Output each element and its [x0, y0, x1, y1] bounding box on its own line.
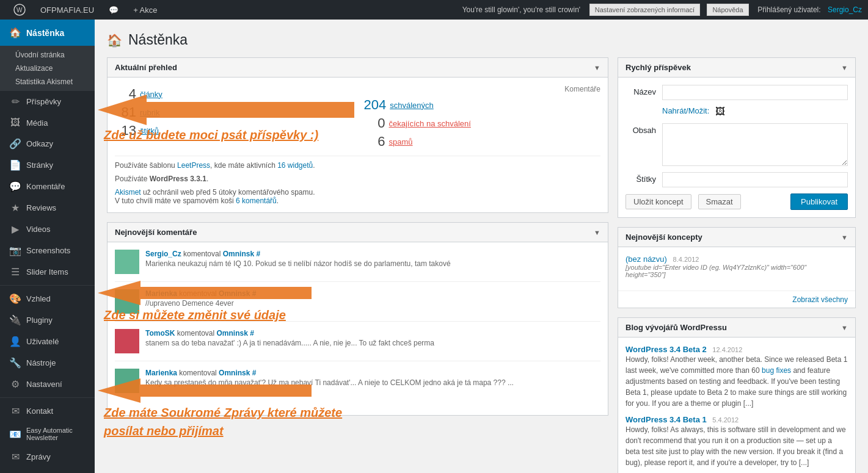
show-all-link[interactable]: Zobrazit všechny	[792, 295, 848, 304]
koncepty-widget: Nejnovější koncepty ▼ (bez názvu) 8.4.20…	[618, 227, 856, 308]
sidebar-submenu-item-aktualizace[interactable]: Aktualizace	[0, 62, 95, 75]
sidebar-item-videos[interactable]: ▶ Videos	[0, 218, 95, 240]
prehled-link-stitku[interactable]: štítků	[140, 126, 159, 135]
comment-author-link-4[interactable]: Marienka	[145, 369, 177, 377]
prehled-link-cekajicich[interactable]: čekajících na schválení	[389, 119, 471, 128]
comment-content-2: Marienka komentoval Omninsk # //upraveno…	[145, 289, 600, 314]
bug-fixes-link[interactable]: bug fixes	[762, 366, 791, 375]
comment-post-link-4[interactable]: Omninsk #	[219, 369, 256, 377]
site-name-label: OFPMAFIA.EU	[40, 5, 94, 15]
comment-content-4: Marienka komentoval Omninsk # Kedy sa pr…	[145, 369, 600, 393]
nastaveni-label: Nastavení	[26, 380, 62, 389]
new-action-button[interactable]: + Akce	[126, 0, 164, 20]
quick-post-actions: Uložit koncept Smazat Publikovat	[625, 193, 848, 210]
comment-author-4: Marienka komentoval Omninsk #	[145, 369, 600, 377]
sidebar-item-pluginy[interactable]: 🔌 Pluginy	[0, 309, 95, 331]
comments-widget-header[interactable]: Nejnovější komentáře ▼	[108, 223, 608, 242]
new-action-label: + Akce	[133, 5, 157, 15]
blog-toggle: ▼	[841, 324, 848, 331]
sidebar-header-label: Nástěnka	[26, 28, 64, 38]
comment-post-link-2[interactable]: Omninsk #	[219, 289, 256, 298]
prehled-right-col: Komentáře 204 schválených 0 čekajících n…	[364, 85, 601, 151]
prehled-link-spamu[interactable]: spamů	[389, 137, 413, 146]
comments-widget-body: Sergio_Cz komentoval Omninsk # Marienka …	[108, 242, 608, 415]
upload-icon[interactable]: 🖼	[715, 106, 725, 117]
spam-link[interactable]: 6 komentářů	[236, 197, 277, 205]
comment-author-link-3[interactable]: TomoSK	[145, 329, 175, 338]
sidebar-submenu: Úvodní stránka Aktualizace Statistika Ak…	[0, 46, 95, 91]
sidebar-item-nastaveni[interactable]: ⚙ Nastavení	[0, 374, 95, 395]
prehled-link-schvalenych[interactable]: schválených	[390, 101, 434, 110]
quick-post-widget: Rychlý příspěvek ▼ Název Nahrát/Možit:	[618, 57, 856, 218]
nazev-label: Název	[625, 85, 656, 96]
videos-label: Videos	[26, 225, 51, 234]
publish-button[interactable]: Publikovat	[790, 193, 848, 210]
svg-text:W: W	[16, 7, 23, 13]
sidebar-item-stranky[interactable]: 📄 Stránky	[0, 154, 95, 176]
stranky-label: Stránky	[26, 161, 53, 170]
sidebar-item-reviews[interactable]: ★ Reviews	[0, 197, 95, 218]
screen-options-button[interactable]: Nastavení zobrazených informací	[589, 4, 700, 16]
sidebar-item-zpravy[interactable]: ✉ Zprávy	[0, 446, 95, 468]
wp-logo-button[interactable]: W	[6, 0, 33, 20]
prehled-row-stranky: 4 články	[115, 85, 352, 103]
sidebar-item-usernoise[interactable]: 🔔 Usernoise	[0, 468, 95, 473]
concept-date: 8.4.2012	[673, 256, 699, 263]
site-name-button[interactable]: OFPMAFIA.EU	[33, 0, 101, 20]
odkazy-label: Odkazy	[26, 139, 53, 148]
odkazy-icon: 🔗	[9, 138, 21, 150]
sidebar-item-uzivatele[interactable]: 👤 Uživatelé	[0, 331, 95, 352]
blog-title-1[interactable]: WordPress 3.4 Beta 2	[625, 345, 707, 354]
page-title-area: 🏠 Nástěnka	[107, 32, 856, 48]
prehled-link-stranky[interactable]: články	[140, 90, 162, 99]
sidebar-item-komentare[interactable]: 💬 Komentáře	[0, 176, 95, 197]
prehled-link-rubrik[interactable]: rubrik	[140, 108, 160, 117]
comments-button[interactable]: 💬	[101, 0, 126, 20]
sidebar-item-prispevky[interactable]: ✏ Příspěvky	[0, 91, 95, 112]
sidebar-item-nastroje[interactable]: 🔧 Nástroje	[0, 352, 95, 374]
vzhled-icon: 🎨	[9, 293, 21, 305]
sidebar-item-odkazy[interactable]: 🔗 Odkazy	[0, 133, 95, 154]
blog-header[interactable]: Blog vývojářů WordPressu ▼	[618, 318, 855, 338]
prehled-num-stranky: 4	[115, 86, 136, 102]
stitky-label: Štítky	[625, 172, 656, 184]
comment-author-link-1[interactable]: Sergio_Cz	[145, 250, 181, 258]
newsletter-icon: 📧	[9, 428, 21, 440]
sidebar-item-slideritems[interactable]: ☰ Slider Items	[0, 261, 95, 283]
prehled-widget-header[interactable]: Aktuální přehled ▼	[108, 58, 608, 78]
sidebar-item-media[interactable]: 🖼 Média	[0, 112, 95, 133]
prehled-widget-body: 4 články 81 rubrik 13 št	[108, 78, 608, 212]
comment-author-2: Marienka komentoval Omninsk #	[145, 289, 600, 298]
sidebar-item-vzhled[interactable]: 🎨 Vzhled	[0, 288, 95, 309]
prehled-toggle-icon: ▼	[594, 64, 600, 71]
sidebar-item-newsletter[interactable]: 📧 Easy Automatic Newsletter	[0, 422, 95, 446]
comment-post-link-3[interactable]: Omninsk #	[217, 329, 254, 338]
sidebar-item-kontakt[interactable]: ✉ Kontakt	[0, 400, 95, 422]
sidebar-submenu-item-uvodni[interactable]: Úvodní stránka	[0, 48, 95, 62]
sidebar-submenu-item-akismet[interactable]: Statistika Akismet	[0, 75, 95, 88]
sidebar-item-screenshots[interactable]: 📷 Screenshots	[0, 240, 95, 261]
comment-author-3: TomoSK komentoval Omninsk #	[145, 329, 600, 338]
koncepty-footer: Zobrazit všechny	[618, 291, 855, 308]
akismet-link[interactable]: Akismet	[115, 188, 141, 197]
widgets-link[interactable]: 16 widgetů	[277, 161, 313, 170]
koncepty-header[interactable]: Nejnovější koncepty ▼	[618, 228, 855, 247]
reset-button[interactable]: Smazat	[698, 194, 741, 209]
help-button[interactable]: Nápověda	[707, 4, 748, 16]
blog-title-2[interactable]: WordPress 3.4 Beta 1	[625, 415, 707, 424]
quick-post-header[interactable]: Rychlý příspěvek ▼	[618, 58, 855, 78]
theme-link[interactable]: LeetPress	[177, 161, 210, 170]
screenshots-icon: 📷	[9, 245, 21, 256]
nazev-input[interactable]	[662, 85, 848, 100]
media-icon: 🖼	[9, 117, 21, 128]
stitky-input[interactable]	[662, 172, 848, 187]
prispevky-icon: ✏	[9, 96, 21, 107]
comment-post-link-1[interactable]: Omninsk #	[223, 250, 260, 258]
obsah-textarea[interactable]	[662, 123, 848, 166]
comment-author-link-2[interactable]: Marienka	[145, 289, 177, 298]
blog-date-1: 12.4.2012	[712, 346, 742, 353]
concept-title-link[interactable]: (bez názvu)	[625, 255, 667, 264]
left-column: Aktuální přehled ▼ 4 články	[107, 57, 608, 473]
save-draft-button[interactable]: Uložit koncept	[625, 194, 691, 209]
comment-avatar-1	[115, 250, 139, 274]
